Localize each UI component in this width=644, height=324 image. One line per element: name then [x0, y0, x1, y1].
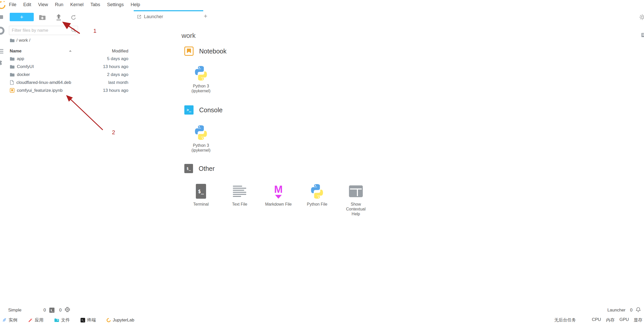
kernel-chip-icon[interactable]: [65, 307, 70, 314]
metric-cpu[interactable]: CPU: [592, 317, 601, 323]
card-label-line: Terminal: [184, 202, 218, 207]
bell-icon[interactable]: [636, 307, 641, 314]
column-modified[interactable]: Modified: [112, 49, 128, 54]
terminals-icon[interactable]: $_: [49, 308, 54, 313]
platform-status-right: 无后台任务 CPU 内存 GPU 显存 云盘: [554, 316, 644, 324]
card-label-line: Help: [339, 212, 373, 217]
platform-tab-jupyterlab[interactable]: JupyterLab: [107, 318, 134, 323]
sidebar-running-icon[interactable]: [0, 26, 5, 36]
breadcrumb-path: / work /: [16, 38, 30, 43]
text-file-icon: [233, 186, 246, 197]
card-label-line: Markdown File: [262, 202, 295, 207]
python-icon: [184, 65, 218, 81]
terminal-icon: $_: [184, 164, 193, 173]
folder-icon: [10, 57, 15, 61]
launcher-card-text-file[interactable]: Text File: [223, 183, 256, 207]
launcher-card-markdown-file[interactable]: M Markdown File: [262, 183, 295, 207]
menu-edit[interactable]: Edit: [23, 2, 31, 7]
platform-tab-label: 应用: [35, 317, 43, 323]
filter-files-input[interactable]: [9, 26, 78, 35]
folder-icon: [10, 65, 15, 69]
sidebar-toc-icon[interactable]: [0, 49, 3, 55]
platform-tab-terminal[interactable]: >_ 终端: [81, 317, 96, 323]
file-row-app[interactable]: app 5 days ago: [10, 55, 128, 63]
launcher-card-terminal[interactable]: $_ Terminal: [184, 183, 218, 207]
card-label-line: Python File: [300, 202, 334, 207]
launcher-card-console-python3[interactable]: Python 3 (ipykernel): [184, 124, 218, 153]
refresh-icon[interactable]: [71, 15, 76, 21]
platform-tab-files[interactable]: 文件: [54, 317, 70, 323]
status-launcher-label[interactable]: Launcher: [607, 308, 626, 313]
file-row-docker[interactable]: docker 2 days ago: [10, 71, 128, 79]
metric-vram[interactable]: 显存: [634, 317, 642, 323]
new-folder-icon[interactable]: [39, 15, 46, 21]
file-modified: 2 days ago: [107, 72, 128, 77]
menu-file[interactable]: File: [9, 2, 16, 7]
card-label-line: (ipykernel): [184, 148, 218, 153]
tab-launcher[interactable]: Launcher: [134, 10, 203, 22]
home-folder-icon: [10, 38, 15, 42]
menu-settings[interactable]: Settings: [107, 2, 124, 7]
launcher-tab-icon: [137, 14, 142, 19]
platform-tab-instance[interactable]: 实例: [2, 317, 17, 323]
terminal-count: 0: [43, 308, 46, 313]
platform-tab-label: 实例: [9, 317, 17, 323]
settings-gear-icon[interactable]: [639, 14, 644, 21]
file-list-header[interactable]: Name Modified: [10, 47, 128, 55]
file-modified: 5 days ago: [107, 56, 128, 61]
menu-help[interactable]: Help: [131, 2, 140, 7]
new-launcher-button[interactable]: +: [10, 13, 34, 21]
file-icon: [10, 80, 14, 85]
column-name[interactable]: Name: [10, 49, 21, 54]
instance-feather-icon: [2, 318, 7, 322]
simple-mode-toggle[interactable]: Simple: [8, 308, 21, 313]
platform-tab-label: JupyterLab: [113, 318, 134, 323]
folder-icon: [10, 73, 15, 77]
plus-icon: +: [20, 14, 24, 20]
launcher-card-python-file[interactable]: Python File: [300, 183, 334, 207]
file-row-comfyui-featurize-ipynb[interactable]: comfyui_featurize.ipynb 13 hours ago: [10, 86, 128, 94]
add-tab-button[interactable]: +: [204, 13, 207, 19]
notebook-icon: [184, 47, 194, 56]
kernel-count: 0: [59, 308, 61, 313]
section-title: Other: [199, 165, 215, 172]
background-tasks-label: 无后台任务: [554, 317, 576, 323]
card-label-line: Contextual: [339, 207, 373, 212]
metric-gpu[interactable]: GPU: [619, 317, 629, 323]
card-label-line: (ipykernel): [184, 89, 218, 94]
tab-label: Launcher: [144, 14, 163, 19]
launcher-card-show-contextual-help[interactable]: Show Contextual Help: [339, 183, 373, 217]
sort-ascending-icon: [69, 50, 72, 52]
file-name: cloudflared-linux-amd64.deb: [16, 80, 71, 85]
card-label-line: Python 3: [184, 143, 218, 148]
other-cards-row: $_ Terminal Text File M Markdown File Py…: [184, 183, 377, 217]
jupyterlab-logo-icon: [106, 317, 112, 323]
file-name: app: [17, 56, 24, 61]
menu-tabs[interactable]: Tabs: [91, 2, 100, 7]
upload-icon[interactable]: [56, 14, 62, 22]
notebook-file-icon: [10, 88, 15, 93]
file-row-comfyui[interactable]: ComfyUI 13 hours ago: [10, 63, 128, 71]
file-modified: last month: [108, 80, 128, 85]
card-label-line: Python 3: [184, 84, 218, 89]
file-name: ComfyUI: [17, 64, 34, 69]
sidebar-files-icon[interactable]: [0, 14, 4, 20]
section-title: Notebook: [199, 48, 227, 55]
file-row-cloudflared[interactable]: cloudflared-linux-amd64.deb last month: [10, 79, 128, 86]
section-console: >_ Console: [184, 105, 223, 115]
breadcrumb[interactable]: / work /: [10, 38, 30, 43]
menu-kernel[interactable]: Kernel: [70, 2, 84, 7]
file-name: docker: [17, 72, 30, 77]
files-folder-icon: [54, 318, 59, 322]
menu-view[interactable]: View: [38, 2, 48, 7]
apps-wand-icon: [28, 318, 33, 322]
platform-tab-apps[interactable]: 应用: [28, 317, 43, 323]
card-label-line: Text File: [223, 202, 256, 207]
search-icon: [71, 28, 76, 34]
metric-memory[interactable]: 内存: [606, 317, 615, 323]
sidebar-extensions-icon[interactable]: [0, 60, 3, 68]
launcher-card-notebook-python3[interactable]: Python 3 (ipykernel): [184, 65, 218, 94]
panel-toggle-icon[interactable]: [641, 32, 644, 39]
menu-run[interactable]: Run: [55, 2, 63, 7]
menu-bar: File Edit View Run Kernel Tabs Settings …: [0, 0, 644, 9]
